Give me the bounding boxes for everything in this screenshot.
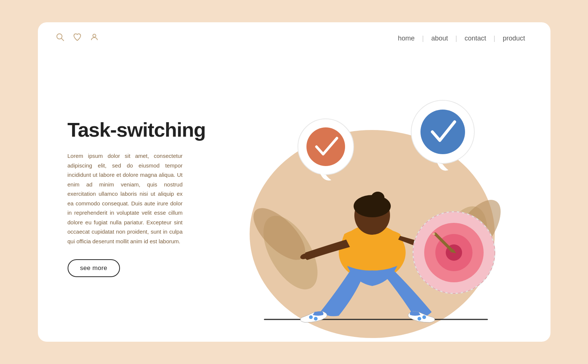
header-icons	[56, 33, 99, 44]
search-icon[interactable]	[56, 33, 65, 44]
svg-point-0	[57, 34, 62, 39]
heart-icon[interactable]	[73, 33, 82, 44]
svg-point-14	[354, 195, 391, 217]
illustration-svg	[212, 74, 517, 342]
main-content: Task-switching Lorem ipsum dolor sit ame…	[38, 54, 550, 342]
svg-point-30	[420, 110, 465, 154]
nav-contact[interactable]: contact	[457, 35, 494, 42]
nav-about[interactable]: about	[424, 35, 455, 42]
svg-point-17	[314, 317, 318, 321]
main-card: home | about | contact | product Task-sw…	[38, 22, 550, 342]
header: home | about | contact | product	[38, 22, 550, 54]
see-more-button[interactable]: see more	[68, 259, 120, 277]
nav-home[interactable]: home	[390, 35, 422, 42]
user-icon[interactable]	[90, 33, 99, 44]
main-nav: home | about | contact | product	[390, 35, 532, 42]
page-title: Task-switching	[68, 119, 212, 141]
page-body: Lorem ipsum dolor sit amet, consectetur …	[68, 151, 183, 246]
svg-line-1	[61, 38, 64, 41]
nav-product[interactable]: product	[495, 35, 532, 42]
svg-point-18	[422, 315, 426, 319]
right-panel	[212, 54, 550, 342]
svg-point-28	[306, 127, 345, 166]
svg-point-16	[309, 315, 313, 319]
svg-point-19	[418, 317, 421, 321]
left-panel: Task-switching Lorem ipsum dolor sit ame…	[38, 54, 212, 342]
svg-point-2	[93, 34, 96, 37]
